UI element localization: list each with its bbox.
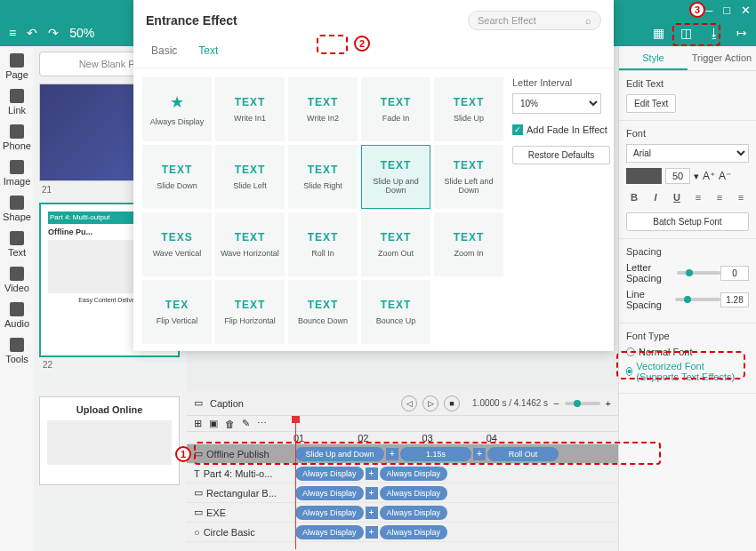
vectorized-font-radio[interactable]: Vectorized Font (Supports Text Effects)	[626, 361, 749, 382]
effect-slide-right[interactable]: TEXTSlide Right	[288, 145, 358, 209]
effect-slide-down[interactable]: TEXTSlide Down	[142, 145, 212, 209]
line-spacing-slider[interactable]	[675, 298, 720, 301]
tab-text[interactable]: Text	[193, 41, 223, 60]
image-icon	[10, 160, 24, 174]
sidebar-item-link[interactable]: Link	[8, 89, 26, 116]
effect-zoom-out[interactable]: TEXTZoom Out	[361, 212, 430, 276]
add-fade-checkbox[interactable]: ✓Add Fade In Effect	[512, 124, 610, 135]
maximize-button[interactable]: □	[723, 4, 730, 17]
timeline-row-rectangular[interactable]: ▭Rectangular B... Always Display+Always …	[187, 483, 618, 503]
effect-zoom-in[interactable]: TEXTZoom In	[434, 212, 503, 276]
bold-button[interactable]: B	[626, 189, 642, 205]
effect-wave-horizontal[interactable]: TEXTWave Horizontal	[215, 212, 285, 276]
align-right-button[interactable]: ≡	[733, 189, 749, 205]
prev-button[interactable]: ◁	[401, 395, 417, 411]
letter-spacing-slider[interactable]	[677, 271, 720, 275]
font-heading: Font	[626, 128, 749, 139]
effect-always-display[interactable]: ★Always Display	[142, 77, 212, 141]
timeline-caption-label: Caption	[210, 398, 244, 409]
effect-write-in1[interactable]: TEXTWrite In1	[215, 77, 285, 141]
left-sidebar: Page Link Phone Image Shape Text Video A…	[0, 46, 34, 551]
sidebar-item-audio[interactable]: Audio	[4, 302, 29, 329]
play-button[interactable]: ▷	[422, 395, 438, 411]
sidebar-item-phone[interactable]: Phone	[3, 124, 31, 151]
timeline-tools: ⊞▣🗑✎⋯	[187, 416, 618, 432]
align-left-button[interactable]: ≡	[690, 189, 706, 205]
timeline-ruler: 01020304	[187, 432, 618, 444]
text-icon	[10, 231, 24, 245]
search-effect-input[interactable]: Search Effect ⌕	[468, 11, 601, 30]
sidebar-item-shape[interactable]: Shape	[3, 196, 31, 222]
timeline-time: 1.0000 s / 4.1462 s	[472, 398, 548, 408]
font-increase-button[interactable]: A⁺	[703, 170, 715, 182]
effect-fade-in[interactable]: TEXTFade In	[361, 77, 430, 141]
audio-icon	[10, 302, 24, 316]
normal-font-radio[interactable]: Normal Font	[626, 347, 749, 357]
edit-text-button[interactable]: Edit Text	[626, 94, 676, 113]
timeline-row-circle[interactable]: ○Circle Basic Always Display+Always Disp…	[187, 523, 618, 542]
menu-icon[interactable]: ≡	[9, 26, 16, 40]
sidebar-item-tools[interactable]: Tools	[5, 338, 28, 364]
font-decrease-button[interactable]: A⁻	[719, 170, 731, 182]
effect-flip-vertical[interactable]: TEXFlip Vertical	[142, 280, 212, 344]
link-icon	[10, 89, 24, 103]
stop-button[interactable]: ■	[444, 395, 460, 411]
undo-button[interactable]: ↶	[27, 26, 37, 40]
caption-icon: ▭	[194, 397, 203, 409]
annotation-2: 2	[354, 36, 370, 52]
line-spacing-input[interactable]	[720, 292, 749, 307]
effect-bounce-down[interactable]: TEXTBounce Down	[288, 280, 358, 344]
effect-slide-up-and-down[interactable]: TEXTSlide Up and Down	[361, 145, 430, 209]
font-size-input[interactable]	[665, 168, 690, 184]
search-icon: ⌕	[585, 15, 591, 26]
sidebar-item-video[interactable]: Video	[4, 267, 29, 293]
zoom-in-icon[interactable]: +	[606, 398, 611, 409]
zoom-level[interactable]: 50%	[69, 26, 94, 40]
tab-style[interactable]: Style	[619, 46, 688, 70]
timeline-row-offline-publish[interactable]: ▭Offline Publish Slide Up and Down+1.15s…	[187, 444, 618, 464]
chevron-down-icon[interactable]: ▾	[694, 171, 699, 182]
timeline-playhead[interactable]	[295, 416, 296, 549]
sidebar-item-text[interactable]: Text	[8, 231, 26, 258]
tools-icon	[10, 338, 24, 352]
effect-flip-horizontal[interactable]: TEXTFlip Horizontal	[215, 280, 285, 344]
effect-write-in2[interactable]: TEXTWrite In2	[288, 77, 358, 141]
entrance-effect-modal: Entrance Effect Search Effect ⌕ Basic Te…	[133, 0, 614, 351]
save-button[interactable]: ◫	[680, 26, 692, 40]
timeline-zoom-slider[interactable]	[565, 402, 600, 405]
sidebar-item-image[interactable]: Image	[4, 160, 31, 187]
tab-basic[interactable]: Basic	[146, 41, 182, 60]
timeline-row-part4[interactable]: TPart 4: Multi-o... Always Display+Alway…	[187, 464, 618, 483]
italic-button[interactable]: I	[647, 189, 664, 205]
font-type-heading: Font Type	[626, 331, 749, 341]
effect-bounce-up[interactable]: TEXTBounce Up	[361, 280, 430, 344]
timeline-panel: ▭ Caption ◁ ▷ ■ 1.0000 s / 4.1462 s − + …	[187, 391, 618, 551]
effect-slide-left-and-down[interactable]: TEXTSlide Left and Down	[434, 145, 503, 209]
line-spacing-label: Line Spacing	[626, 289, 675, 310]
font-family-select[interactable]: Arial	[626, 144, 749, 163]
tab-trigger-action[interactable]: Trigger Action	[688, 46, 756, 70]
redo-button[interactable]: ↷	[48, 26, 59, 40]
annotation-3: 3	[689, 2, 705, 18]
upload-online-thumb[interactable]: Upload Online	[39, 396, 180, 485]
close-button[interactable]: ✕	[741, 4, 751, 17]
letter-interval-select[interactable]: 10%	[512, 93, 601, 114]
saveas-button[interactable]: ⭳	[708, 26, 720, 40]
effect-slide-up[interactable]: TEXTSlide Up	[434, 77, 503, 141]
page-icon	[10, 53, 24, 68]
align-center-button[interactable]: ≡	[712, 189, 728, 205]
timeline-row-exe[interactable]: ▭EXE Always Display+Always Display	[187, 503, 618, 523]
font-color-swatch[interactable]	[626, 168, 662, 184]
batch-setup-font-button[interactable]: Batch Setup Font	[626, 212, 749, 231]
export-button[interactable]: ↦	[736, 26, 747, 40]
edit-text-heading: Edit Text	[626, 78, 749, 89]
effect-slide-left[interactable]: TEXTSlide Left	[215, 145, 285, 209]
sidebar-item-page[interactable]: Page	[5, 53, 28, 80]
effect-roll-in[interactable]: TEXTRoll In	[288, 212, 358, 276]
underline-button[interactable]: U	[669, 189, 685, 205]
zoom-out-icon[interactable]: −	[553, 398, 559, 409]
effect-wave-vertical[interactable]: TEXSWave Vertical	[142, 212, 212, 276]
letter-spacing-input[interactable]	[720, 266, 749, 281]
preview-button[interactable]: ▦	[653, 26, 664, 40]
restore-defaults-button[interactable]: Restore Defaults	[512, 146, 610, 164]
